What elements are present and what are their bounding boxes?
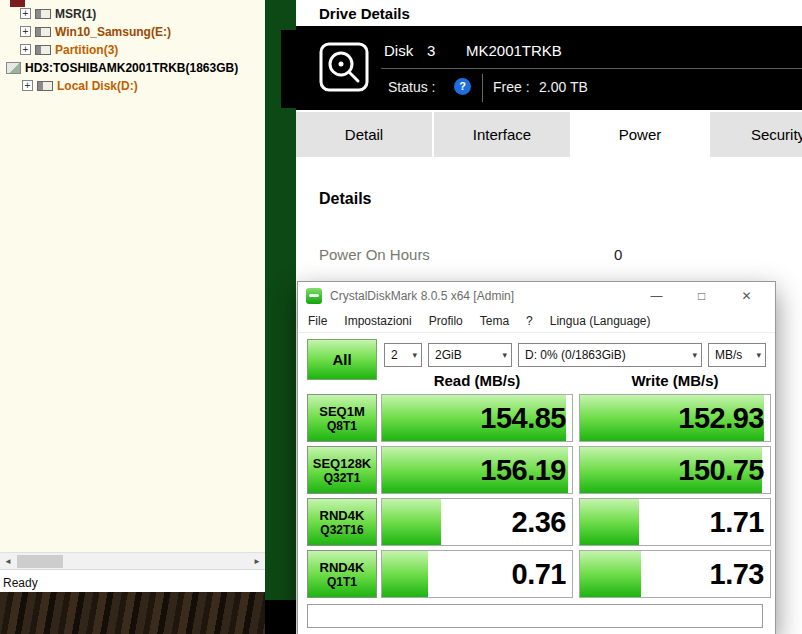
test-name: SEQ128K [313,456,372,471]
read-result-cell: 156.19 [381,446,573,494]
scroll-left-icon[interactable]: ◄ [0,553,16,570]
chevron-down-icon: ▾ [692,350,697,360]
title-bar[interactable]: CrystalDiskMark 8.0.5 x64 [Admin] — □ ✕ [298,282,775,310]
minimize-button[interactable]: — [634,289,679,303]
expand-icon[interactable]: + [20,8,31,19]
partition-icon [35,27,51,37]
menu-file[interactable]: File [308,314,327,328]
disk-model: MK2001TRKB [466,42,562,59]
test-button-seq1m-q8t1[interactable]: SEQ1M Q8T1 [307,394,377,442]
test-button-seq128k-q32t1[interactable]: SEQ128K Q32T1 [307,446,377,494]
tree-item-win10-samsung[interactable]: + Win10_Samsung(E:) [20,24,171,39]
unit-select[interactable]: MB/s ▾ [708,343,766,367]
partition-icon [35,9,51,19]
background-black-block [281,30,296,108]
tab-bar: Detail Interface Power Security [296,112,802,157]
menu-settings[interactable]: Impostazioni [344,314,411,328]
tree-item-msr[interactable]: + MSR(1) [20,6,96,21]
menu-language[interactable]: Lingua (Language) [550,314,651,328]
desktop-wallpaper [0,592,265,634]
read-result-cell: 154.85 [381,394,573,442]
chevron-down-icon: ▾ [412,350,417,360]
menu-help[interactable]: ? [526,314,533,328]
test-button-rnd4k-q1t1[interactable]: RND4K Q1T1 [307,550,377,598]
unit-value: MB/s [715,348,753,362]
divider [482,74,483,102]
expand-icon[interactable]: + [20,26,31,37]
run-all-button[interactable]: All [307,339,377,380]
crystaldiskmark-window: CrystalDiskMark 8.0.5 x64 [Admin] — □ ✕ … [297,281,776,634]
tab-interface[interactable]: Interface [434,112,570,157]
tree-item-label: HD3:TOSHIBAMK2001TRKB(1863GB) [25,61,238,75]
tree-item-label: MSR(1) [55,7,96,21]
maximize-button[interactable]: □ [679,289,724,303]
test-size-value: 2GiB [435,348,499,362]
test-name: RND4K [320,508,365,523]
tree-item-hd3-toshiba[interactable]: HD3:TOSHIBAMK2001TRKB(1863GB) [6,60,238,75]
drive-summary-panel: Disk 3 MK2001TRKB Status : ? Free : 2.00… [296,26,802,110]
power-on-hours-value: 0 [614,246,622,263]
tree-item-local-disk-d[interactable]: + Local Disk(D:) [22,78,138,93]
partition-tree-panel: + MSR(1) + Win10_Samsung(E:) + Partition… [0,0,265,552]
status-label: Status : [388,79,435,95]
menu-profile[interactable]: Profilo [429,314,463,328]
target-drive-value: D: 0% (0/1863GiB) [525,348,689,362]
write-result-cell: 152.93 [579,394,771,442]
hard-disk-icon [317,40,371,94]
comment-input[interactable] [307,604,763,628]
write-result-cell: 1.71 [579,498,771,546]
status-bar: Ready [0,569,265,593]
tree-item-label: Win10_Samsung(E:) [55,25,171,39]
page-title: Drive Details [319,5,410,22]
disk-image-icon [6,62,21,74]
test-button-rnd4k-q32t16[interactable]: RND4K Q32T16 [307,498,377,546]
free-value: 2.00 TB [539,79,588,95]
tab-power[interactable]: Power [572,112,708,157]
read-result-value: 0.71 [512,551,566,597]
background-black-block [265,600,296,634]
test-size-select[interactable]: 2GiB ▾ [428,343,512,367]
read-result-cell: 0.71 [381,550,573,598]
menu-theme[interactable]: Tema [480,314,509,328]
status-text: Ready [3,576,38,590]
close-button[interactable]: ✕ [724,289,769,303]
tree-item-partition3[interactable]: + Partition(3) [20,42,118,57]
tab-security[interactable]: Security [710,112,802,157]
free-label: Free : [493,79,530,95]
chevron-down-icon: ▾ [502,350,507,360]
write-result-value: 152.93 [678,395,764,441]
write-result-value: 1.73 [710,551,764,597]
write-result-cell: 1.73 [579,550,771,598]
read-result-cell: 2.36 [381,498,573,546]
test-queue: Q32T1 [324,471,361,485]
tab-detail[interactable]: Detail [296,112,432,157]
tree-item-label: Local Disk(D:) [57,79,138,93]
window-title: CrystalDiskMark 8.0.5 x64 [Admin] [330,289,634,303]
target-drive-select[interactable]: D: 0% (0/1863GiB) ▾ [518,343,702,367]
power-on-hours-label: Power On Hours [319,246,430,263]
expand-icon[interactable]: + [20,44,31,55]
read-column-header: Read (MB/s) [381,372,573,392]
read-result-value: 2.36 [512,499,566,545]
write-result-bar [580,551,641,597]
tree-item-label: Partition(3) [55,43,118,57]
scrollbar-thumb[interactable] [17,555,63,568]
horizontal-scrollbar[interactable]: ◄ ► [0,552,265,570]
read-result-value: 154.85 [480,395,566,441]
scroll-right-icon[interactable]: ► [249,553,265,570]
section-heading: Details [319,190,371,208]
test-queue: Q8T1 [327,419,357,433]
chevron-down-icon: ▾ [756,350,761,360]
divider [381,68,802,69]
read-result-value: 156.19 [480,447,566,493]
read-result-bar [382,499,441,545]
disk-label: Disk [384,42,413,59]
help-icon[interactable]: ? [454,78,471,95]
expand-icon[interactable]: + [22,80,33,91]
test-count-value: 2 [391,348,409,362]
menu-bar: File Impostazioni Profilo Tema ? Lingua … [298,310,775,333]
partition-icon [37,81,53,91]
disk-number: 3 [427,42,435,59]
read-result-bar [382,551,428,597]
test-count-select[interactable]: 2 ▾ [384,343,422,367]
